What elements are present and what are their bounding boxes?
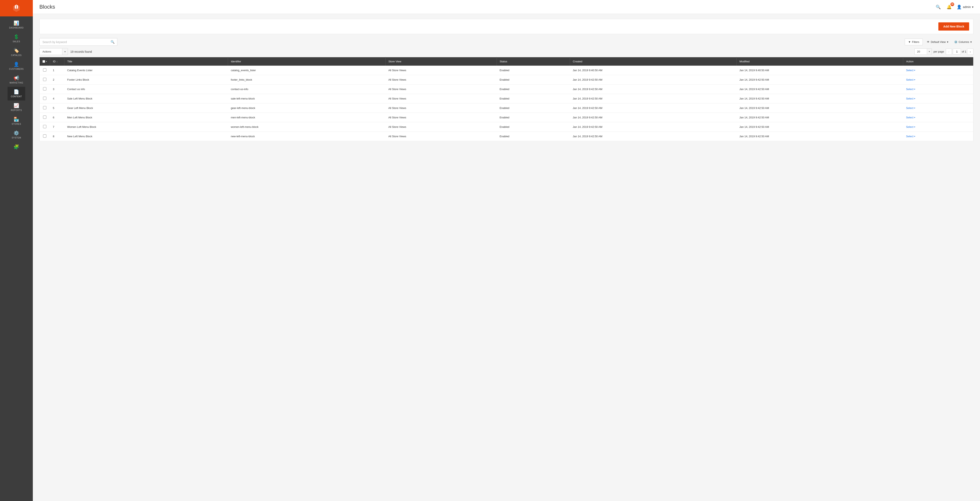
sidebar-item-content[interactable]: 📄 CONTENT	[8, 87, 25, 100]
row-checkbox[interactable]	[43, 125, 46, 128]
table-row: 8 New Left Menu Block new-left-menu-bloc…	[40, 132, 974, 141]
row-checkbox[interactable]	[43, 134, 46, 138]
user-icon: 👤	[957, 5, 962, 10]
per-page-select[interactable]: 20	[915, 49, 927, 54]
current-page-input[interactable]: 1	[953, 49, 961, 54]
action-dropdown-arrow[interactable]: ▾	[914, 135, 915, 137]
row-identifier: women-left-menu-block	[228, 122, 385, 132]
per-page-arrow[interactable]: ▾	[927, 49, 932, 54]
row-checkbox[interactable]	[43, 97, 46, 100]
action-dropdown-arrow[interactable]: ▾	[914, 69, 915, 72]
row-action: Select ▾	[903, 66, 973, 75]
columns-button[interactable]: ⚙️ Columns ▾	[953, 39, 974, 45]
th-modified: Modified	[737, 57, 903, 66]
blocks-table: ▾ ID ↓ Title Identifier Store View Statu…	[40, 57, 974, 141]
row-action: Select ▾	[903, 84, 973, 94]
view-button[interactable]: 👁 Default View ▾	[925, 39, 950, 45]
table-header-row: ▾ ID ↓ Title Identifier Store View Statu…	[40, 57, 974, 66]
row-action-link[interactable]: Select ▾	[906, 97, 915, 100]
sidebar-item-catalog[interactable]: 🏷️ CATALOG	[8, 46, 25, 59]
row-action-link[interactable]: Select ▾	[906, 107, 915, 110]
sales-icon: 💲	[14, 35, 19, 39]
row-checkbox[interactable]	[43, 68, 46, 72]
action-dropdown-arrow[interactable]: ▾	[914, 116, 915, 119]
th-title: Title	[64, 57, 228, 66]
search-submit-button[interactable]: 🔍	[108, 38, 117, 46]
row-identifier: gear-left-menu-block	[228, 103, 385, 113]
table-row: 7 Women Left Menu Block women-left-menu-…	[40, 122, 974, 132]
row-action-link[interactable]: Select ▾	[906, 69, 915, 72]
row-action-link[interactable]: Select ▾	[906, 78, 915, 81]
row-action: Select ▾	[903, 103, 973, 113]
action-dropdown-arrow[interactable]: ▾	[914, 79, 915, 81]
select-all-checkbox[interactable]	[43, 60, 45, 63]
sidebar-item-label-sales: SALES	[13, 40, 20, 43]
filters-button[interactable]: ▼ Filters	[905, 38, 923, 45]
row-modified: Jan 14, 2019 9:42:50 AM	[737, 75, 903, 84]
row-checkbox[interactable]	[43, 87, 46, 91]
sidebar-item-stores[interactable]: 🏪 STORES	[8, 114, 25, 128]
chevron-down-icon: ▾	[947, 40, 948, 43]
th-created: Created	[570, 57, 737, 66]
sidebar-item-extensions[interactable]: 🧩	[8, 142, 25, 153]
row-action: Select ▾	[903, 132, 973, 141]
action-dropdown-arrow[interactable]: ▾	[914, 88, 915, 90]
row-checkbox-cell	[40, 94, 50, 103]
actions-select[interactable]: Actions	[40, 48, 62, 55]
row-action: Select ▾	[903, 75, 973, 84]
row-status: Enabled	[497, 75, 570, 84]
checkbox-dropdown-icon[interactable]: ▾	[46, 60, 47, 62]
sidebar-item-label-marketing: MARKETING	[10, 82, 23, 84]
admin-menu-button[interactable]: 👤 admin ▾	[957, 5, 974, 10]
sidebar-item-sales[interactable]: 💲 SALES	[8, 32, 25, 46]
sidebar-item-reports[interactable]: 📈 REPORTS	[8, 100, 25, 114]
row-action-link[interactable]: Select ▾	[906, 135, 915, 138]
row-modified: Jan 14, 2019 9:42:50 AM	[737, 103, 903, 113]
row-created: Jan 14, 2019 9:42:50 AM	[570, 75, 737, 84]
sidebar-item-system[interactable]: ⚙️ SYSTEM	[8, 128, 25, 142]
filter-icon: ▼	[908, 40, 911, 43]
next-page-button[interactable]: ›	[967, 49, 974, 55]
row-created: Jan 14, 2019 9:42:50 AM	[570, 103, 737, 113]
row-id: 6	[50, 113, 64, 122]
row-id: 1	[50, 66, 64, 75]
row-action-link[interactable]: Select ▾	[906, 87, 915, 91]
search-button[interactable]: 🔍	[935, 4, 942, 10]
row-action-link[interactable]: Select ▾	[906, 126, 915, 129]
sidebar-item-customers[interactable]: 👤 CUSTOMERS	[8, 59, 25, 73]
topbar: Blocks 🔍 🔔 39 👤 admin ▾	[33, 0, 980, 14]
page-title: Blocks	[40, 4, 55, 10]
add-new-block-button[interactable]: Add New Block	[939, 22, 969, 30]
row-status: Enabled	[497, 132, 570, 141]
sort-icon[interactable]: ↓	[56, 60, 57, 63]
prev-page-button[interactable]: ‹	[946, 49, 952, 55]
row-created: Jan 14, 2019 9:42:50 AM	[570, 84, 737, 94]
row-action: Select ▾	[903, 113, 973, 122]
customers-icon: 👤	[14, 62, 19, 67]
row-status: Enabled	[497, 84, 570, 94]
row-checkbox[interactable]	[43, 116, 46, 119]
gear-icon: ⚙️	[954, 40, 958, 43]
sidebar-item-marketing[interactable]: 📢 MARKETING	[8, 73, 25, 87]
row-store-view: All Store Views	[385, 75, 496, 84]
table-row: 6 Men Left Menu Block men-left-menu-bloc…	[40, 113, 974, 122]
action-dropdown-arrow[interactable]: ▾	[914, 97, 915, 100]
sidebar-item-dashboard[interactable]: 📊 DASHBOARD	[8, 18, 25, 32]
actions-dropdown-arrow[interactable]: ▾	[62, 49, 68, 55]
page-of-label: of	[962, 50, 964, 53]
action-dropdown-arrow[interactable]: ▾	[914, 107, 915, 109]
search-input[interactable]	[40, 38, 108, 46]
row-checkbox[interactable]	[43, 106, 46, 109]
row-modified: Jan 14, 2019 9:42:50 AM	[737, 132, 903, 141]
main-content: Blocks 🔍 🔔 39 👤 admin ▾ Add New Block	[33, 0, 980, 501]
action-dropdown-arrow[interactable]: ▾	[914, 126, 915, 128]
table-row: 3 Contact us info contact-us-info All St…	[40, 84, 974, 94]
row-status: Enabled	[497, 94, 570, 103]
actions-dropdown: Actions ▾	[40, 48, 68, 55]
row-title: Women Left Menu Block	[64, 122, 228, 132]
toolbar: 🔍 ▼ Filters 👁 Default View ▾ ⚙️ Columns …	[40, 38, 974, 46]
row-modified: Jan 14, 2019 9:42:50 AM	[737, 84, 903, 94]
row-checkbox[interactable]	[43, 78, 46, 81]
th-status: Status	[497, 57, 570, 66]
row-action-link[interactable]: Select ▾	[906, 116, 915, 119]
